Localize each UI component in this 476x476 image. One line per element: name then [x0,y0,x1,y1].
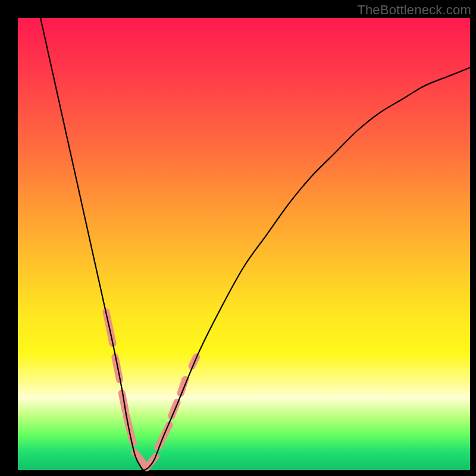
main-curve [40,18,470,470]
chart-frame: TheBottleneck.com [0,0,476,476]
marker-segment [171,402,177,416]
curve-path [40,18,470,470]
chart-svg [0,0,476,476]
watermark-label: TheBottleneck.com [357,2,471,18]
